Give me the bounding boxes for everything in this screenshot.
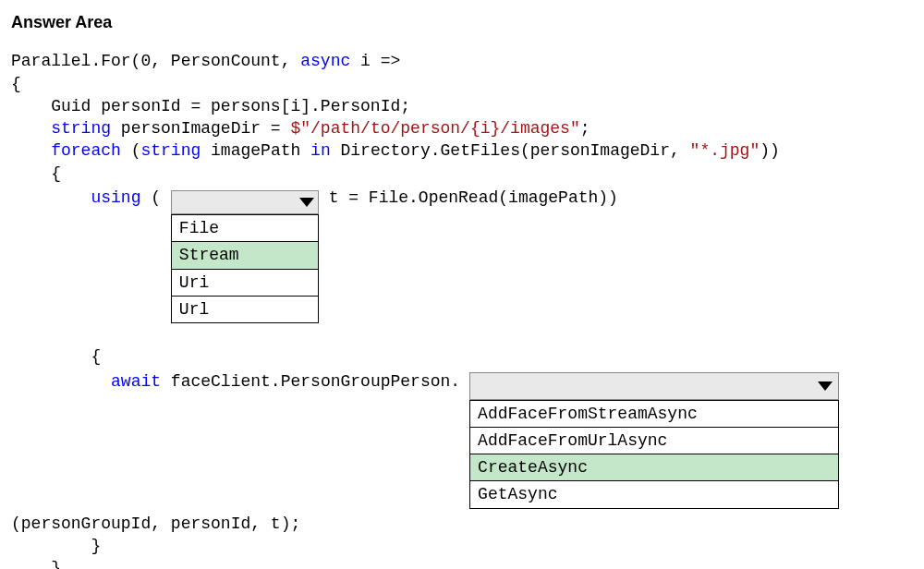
keyword-string: string [51, 119, 111, 138]
option-createasync[interactable]: CreateAsync [470, 454, 838, 480]
code-text: )) [760, 141, 780, 160]
option-uri[interactable]: Uri [172, 269, 318, 296]
code-text: { [11, 347, 101, 366]
code-text: } [11, 559, 61, 569]
string-literal: $"/path/to/person/{i}/images" [290, 119, 579, 138]
string-literal: "*.jpg" [690, 141, 760, 160]
option-addfacefromstreamasync[interactable]: AddFaceFromStreamAsync [470, 400, 838, 427]
code-text: personImageDir = [111, 119, 290, 138]
keyword-in: in [310, 141, 331, 160]
code-text: Directory.GetFiles(personImageDir, [331, 141, 690, 160]
code-text: { [11, 164, 61, 183]
keyword-async: async [300, 52, 350, 70]
keyword-await: await [111, 372, 161, 391]
type-dropdown[interactable] [171, 190, 319, 214]
chevron-down-icon [299, 198, 314, 207]
chevron-down-icon [818, 381, 833, 391]
code-text: faceClient.PersonGroupPerson. [161, 372, 460, 391]
type-dropdown-options: File Stream Uri Url [171, 214, 319, 323]
code-text: Guid personId = persons[i].PersonId; [11, 97, 410, 115]
code-text [11, 119, 51, 138]
code-text: t = File.OpenRead(imagePath)) [319, 188, 618, 207]
option-stream[interactable]: Stream [172, 241, 318, 268]
keyword-string: string [140, 141, 201, 160]
code-text: { [11, 75, 21, 93]
option-getasync[interactable]: GetAsync [470, 480, 838, 507]
code-text: Parallel.For(0, PersonCount, [11, 52, 300, 70]
code-text: i => [350, 52, 400, 70]
code-text: } [11, 537, 101, 555]
code-block: Parallel.For(0, PersonCount, async i => … [11, 50, 913, 185]
option-file[interactable]: File [172, 214, 318, 241]
code-text [11, 141, 51, 160]
code-text [11, 188, 91, 207]
method-dropdown-options: AddFaceFromStreamAsync AddFaceFromUrlAsy… [469, 400, 839, 509]
option-url[interactable]: Url [172, 296, 318, 322]
code-text: ; [580, 119, 590, 138]
code-text: (personGroupId, personId, t); [11, 515, 300, 533]
code-text [11, 372, 111, 391]
keyword-using: using [91, 188, 140, 207]
keyword-foreach: foreach [51, 141, 121, 160]
code-text: ( [121, 141, 141, 160]
option-addfacefromurlasync[interactable]: AddFaceFromUrlAsync [470, 427, 838, 454]
page-title: Answer Area [11, 11, 913, 33]
code-text: imagePath [201, 141, 310, 160]
code-text: ( [140, 188, 170, 207]
method-dropdown[interactable] [469, 372, 839, 400]
